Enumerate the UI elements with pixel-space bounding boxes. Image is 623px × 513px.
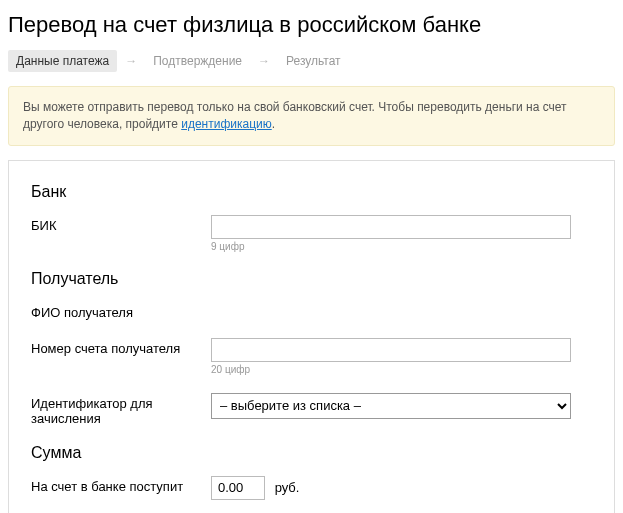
amount-unit: руб. [275, 480, 300, 495]
bik-hint: 9 цифр [211, 241, 592, 252]
identifier-label: Идентификатор для зачисления [31, 393, 211, 426]
arrow-right-icon: → [258, 54, 270, 68]
form-panel: Банк БИК 9 цифр Получатель ФИО получател… [8, 160, 615, 513]
section-amount-heading: Сумма [31, 444, 592, 462]
notice-text-before: Вы можете отправить перевод только на св… [23, 100, 567, 131]
identifier-select[interactable]: – выберите из списка – [211, 393, 571, 419]
bik-label: БИК [31, 215, 211, 233]
page-title: Перевод на счет физлица в российском бан… [8, 12, 615, 38]
account-hint: 20 цифр [211, 364, 592, 375]
notice-banner: Вы можете отправить перевод только на св… [8, 86, 615, 146]
section-recipient-heading: Получатель [31, 270, 592, 288]
fio-label: ФИО получателя [31, 302, 211, 320]
notice-text-after: . [272, 117, 275, 131]
breadcrumb-step-1[interactable]: Данные платежа [8, 50, 117, 72]
amount-input[interactable] [211, 476, 265, 500]
identification-link[interactable]: идентификацию [181, 117, 272, 131]
amount-label: На счет в банке поступит [31, 476, 211, 494]
arrow-right-icon: → [125, 54, 137, 68]
account-label: Номер счета получателя [31, 338, 211, 356]
breadcrumb-step-2: Подтверждение [145, 50, 250, 72]
bik-input[interactable] [211, 215, 571, 239]
section-bank-heading: Банк [31, 183, 592, 201]
breadcrumb: Данные платежа → Подтверждение → Результ… [8, 50, 615, 72]
breadcrumb-step-3: Результат [278, 50, 349, 72]
account-input[interactable] [211, 338, 571, 362]
